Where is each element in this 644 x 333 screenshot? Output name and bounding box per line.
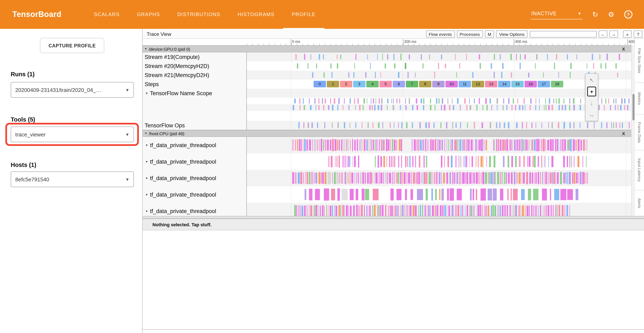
step-slice[interactable]: 2: [340, 81, 352, 87]
process-section-header[interactable]: ▾/host:CPU (pid 49)X: [142, 130, 635, 137]
track-timeline[interactable]: [247, 137, 635, 153]
step-slice[interactable]: 14: [498, 81, 510, 87]
close-section-button[interactable]: X: [622, 131, 625, 136]
collapse-icon[interactable]: ▾: [146, 193, 148, 196]
track-label[interactable]: ▾tf_data_private_threadpool: [142, 186, 247, 203]
track-label: Stream #20(MemcpyH2D): [142, 62, 247, 70]
collapse-icon[interactable]: ▾: [146, 176, 148, 180]
step-slice[interactable]: 16: [524, 81, 537, 87]
track-timeline[interactable]: 0123456789101112131415161718: [247, 80, 635, 88]
tools-heading: Tools (5): [11, 116, 35, 123]
nav-tab-graphs[interactable]: GRAPHS: [128, 0, 169, 29]
track-label[interactable]: ▾tf_data_private_threadpool: [142, 153, 247, 170]
fast-forward-button[interactable]: »: [623, 30, 632, 38]
status-dropdown[interactable]: INACTIVE ▼: [530, 10, 582, 19]
step-slice[interactable]: 10: [446, 81, 458, 87]
track-timeline[interactable]: [247, 98, 635, 104]
timing-tool-icon[interactable]: ↔: [587, 110, 596, 120]
side-tab-alerts[interactable]: Alerts: [635, 190, 644, 216]
capture-profile-button[interactable]: CAPTURE PROFILE: [40, 38, 104, 53]
step-slice[interactable]: 0: [314, 81, 326, 87]
track-timeline[interactable]: [247, 111, 635, 121]
scrollbar-thumb[interactable]: [632, 94, 634, 120]
runs-select[interactable]: 20200409-231431/train/2020_04_… ▼: [11, 82, 134, 98]
trace-events-canvas[interactable]: [247, 172, 635, 184]
track-timeline[interactable]: [247, 153, 635, 170]
step-slice[interactable]: 15: [511, 81, 524, 87]
track-timeline[interactable]: [247, 70, 635, 80]
trace-events-canvas[interactable]: [247, 105, 635, 110]
side-tab-input-latency[interactable]: Input Latency: [635, 150, 644, 190]
collapse-icon[interactable]: ▾: [146, 91, 148, 95]
track-timeline[interactable]: [247, 186, 635, 203]
track-timeline[interactable]: [247, 88, 635, 98]
step-slice[interactable]: 1: [327, 81, 339, 87]
collapse-icon[interactable]: ▾: [146, 143, 148, 147]
trace-events-canvas[interactable]: [247, 139, 635, 151]
hosts-select[interactable]: 8efc5e791540 ▼: [11, 172, 134, 187]
process-section-header[interactable]: ▾/device:GPU:0 (pid 0)X: [142, 45, 635, 52]
step-slice[interactable]: 5: [380, 81, 392, 87]
vertical-scrollbar[interactable]: [631, 45, 635, 216]
track-label[interactable]: ▾TensorFlow Name Scope: [142, 88, 247, 98]
track-timeline[interactable]: [247, 62, 635, 70]
collapse-icon[interactable]: ▾: [145, 132, 147, 135]
step-slice[interactable]: 4: [366, 81, 379, 87]
pan-tool-icon[interactable]: ↓: [587, 98, 596, 108]
tools-select[interactable]: trace_viewer ▼: [11, 126, 134, 142]
trace-events-canvas[interactable]: [247, 54, 635, 60]
trace-events-canvas[interactable]: [247, 122, 635, 128]
trace-events-canvas[interactable]: [247, 205, 635, 216]
back-button[interactable]: ←: [599, 30, 607, 38]
step-slice[interactable]: 12: [472, 81, 484, 87]
nav-tab-distributions[interactable]: DISTRIBUTIONS: [169, 0, 229, 29]
nav-tab-scalars[interactable]: SCALARS: [85, 0, 128, 29]
zoom-tool-icon[interactable]: +: [587, 86, 596, 96]
help-button[interactable]: ?: [634, 30, 642, 38]
track-label[interactable]: ▾tf_data_private_threadpool: [142, 170, 247, 186]
step-slice[interactable]: 8: [419, 81, 432, 87]
trace-events-canvas[interactable]: [247, 72, 635, 78]
collapse-icon[interactable]: ▾: [146, 160, 148, 164]
view-options-button[interactable]: View Options: [496, 30, 528, 38]
side-tab-metrics[interactable]: Metrics: [635, 83, 644, 114]
nav-tab-histograms[interactable]: HISTOGRAMS: [229, 0, 283, 29]
selection-tool-icon[interactable]: ↖: [587, 75, 596, 85]
track-label[interactable]: ▾tf_data_private_threadpool: [142, 137, 247, 153]
track-timeline[interactable]: [247, 121, 635, 130]
trace-events-canvas[interactable]: [247, 188, 635, 201]
trace-events-canvas[interactable]: [247, 63, 635, 69]
track-timeline[interactable]: [247, 52, 635, 62]
side-tab-frame-data[interactable]: Frame Data: [635, 114, 644, 150]
track-timeline[interactable]: [247, 203, 635, 216]
trace-events-canvas[interactable]: [247, 98, 635, 104]
track-timeline[interactable]: [247, 104, 635, 111]
chevron-down-icon: ▼: [125, 88, 130, 92]
trace-events-canvas[interactable]: [247, 155, 635, 168]
track-timeline[interactable]: [247, 170, 635, 186]
nav-tab-profile[interactable]: PROFILE: [283, 0, 324, 29]
step-slice[interactable]: 7: [406, 81, 418, 87]
step-slice[interactable]: 6: [393, 81, 405, 87]
help-icon[interactable]: ?: [624, 10, 632, 18]
step-slice[interactable]: 18: [551, 81, 563, 87]
step-slice[interactable]: 17: [538, 81, 550, 87]
panel-splitter[interactable]: [142, 216, 644, 218]
step-slice[interactable]: 13: [485, 81, 497, 87]
metrics-button[interactable]: M: [485, 30, 494, 38]
track-label[interactable]: ▾tf_data_private_threadpool: [142, 203, 247, 216]
flow-events-button[interactable]: Flow events: [426, 30, 455, 38]
step-slice[interactable]: 11: [458, 81, 471, 87]
trace-track-row: ▾tf_data_private_threadpool: [142, 170, 635, 186]
forward-button[interactable]: →: [610, 30, 618, 38]
close-section-button[interactable]: X: [622, 46, 625, 51]
trace-search-input[interactable]: [530, 31, 596, 37]
step-slice[interactable]: 3: [353, 81, 366, 87]
gear-icon[interactable]: ⚙: [608, 11, 614, 18]
side-tab-file-size-stats[interactable]: File Size Stats: [635, 39, 644, 83]
collapse-icon[interactable]: ▾: [145, 47, 147, 51]
refresh-icon[interactable]: ↻: [592, 11, 598, 18]
collapse-icon[interactable]: ▾: [146, 209, 148, 213]
processes-button[interactable]: Processes: [457, 30, 483, 38]
step-slice[interactable]: 9: [432, 81, 444, 87]
